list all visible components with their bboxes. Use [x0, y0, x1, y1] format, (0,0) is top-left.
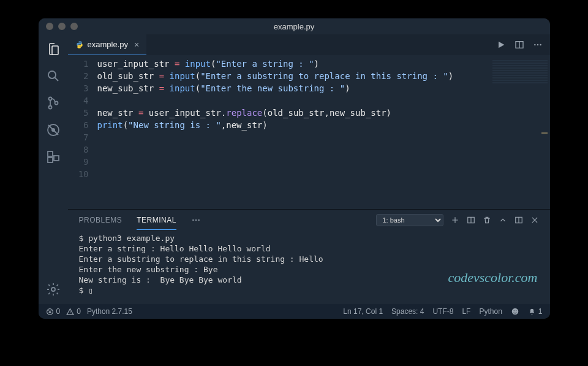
- svg-rect-6: [48, 151, 53, 156]
- svg-point-2: [48, 106, 51, 109]
- panel-more-icon[interactable]: [191, 215, 201, 225]
- svg-point-21: [513, 310, 514, 311]
- watermark: codevscolor.com: [448, 270, 537, 286]
- status-feedback-icon[interactable]: [511, 307, 519, 316]
- svg-point-11: [534, 44, 535, 45]
- debug-icon[interactable]: [45, 121, 62, 139]
- split-editor-icon[interactable]: [514, 40, 524, 50]
- svg-rect-7: [48, 158, 53, 162]
- status-eol[interactable]: LF: [462, 307, 470, 316]
- activity-bar: [39, 34, 68, 304]
- new-terminal-icon[interactable]: [451, 216, 459, 224]
- python-file-icon: [75, 40, 84, 49]
- vscode-window: example.py: [39, 18, 550, 319]
- kill-terminal-icon[interactable]: [483, 216, 491, 224]
- svg-point-16: [198, 219, 199, 221]
- tab-label: example.py: [88, 40, 128, 49]
- settings-gear-icon[interactable]: [45, 281, 62, 298]
- source-control-icon[interactable]: [45, 94, 62, 112]
- status-indentation[interactable]: Spaces: 4: [391, 307, 424, 316]
- svg-point-20: [512, 308, 519, 315]
- svg-rect-8: [54, 156, 59, 161]
- close-panel-icon[interactable]: [530, 216, 539, 224]
- svg-point-12: [537, 44, 538, 45]
- explorer-icon[interactable]: [45, 40, 62, 58]
- tab-close-icon[interactable]: ×: [132, 40, 139, 50]
- svg-point-13: [540, 44, 541, 45]
- search-icon[interactable]: [45, 67, 62, 85]
- run-icon[interactable]: [496, 40, 506, 50]
- svg-point-9: [51, 288, 55, 291]
- panel-tab-problems[interactable]: PROBLEMS: [79, 216, 123, 224]
- tab-bar: example.py ×: [68, 34, 550, 55]
- more-actions-icon[interactable]: [533, 40, 543, 50]
- code-editor[interactable]: 12345678910 user_input_str = input("Ente…: [68, 55, 550, 209]
- code-content[interactable]: user_input_str = input("Enter a string :…: [97, 55, 550, 209]
- panel-tab-terminal[interactable]: TERMINAL: [137, 216, 176, 230]
- svg-point-3: [55, 102, 58, 105]
- svg-point-5: [51, 128, 55, 132]
- maximize-panel-icon[interactable]: [514, 216, 523, 224]
- terminal-output[interactable]: $ python3 example.py Enter a string : He…: [68, 231, 550, 304]
- split-terminal-icon[interactable]: [467, 216, 475, 224]
- tab-example-py[interactable]: example.py ×: [68, 34, 147, 55]
- status-bar: 0 0 Python 2.7.15 Ln 17, Col 1 Spaces: 4…: [39, 304, 550, 319]
- chevron-up-icon[interactable]: [499, 216, 507, 224]
- status-cursor-position[interactable]: Ln 17, Col 1: [343, 307, 383, 316]
- extensions-icon[interactable]: [45, 148, 62, 166]
- minimap[interactable]: [492, 60, 548, 85]
- svg-point-14: [192, 219, 194, 221]
- bottom-panel: PROBLEMS TERMINAL 1: bash $ python3 exam…: [68, 209, 550, 304]
- window-title: example.py: [39, 22, 550, 31]
- status-encoding[interactable]: UTF-8: [432, 307, 453, 316]
- line-number-gutter: 12345678910: [68, 55, 97, 209]
- svg-point-15: [195, 219, 197, 221]
- status-interpreter[interactable]: Python 2.7.15: [87, 307, 132, 316]
- status-warnings[interactable]: 0: [66, 307, 81, 316]
- titlebar: example.py: [39, 18, 550, 34]
- terminal-shell-select[interactable]: 1: bash: [376, 214, 443, 226]
- status-errors[interactable]: 0: [46, 307, 61, 316]
- svg-point-22: [516, 310, 516, 311]
- status-notifications[interactable]: 1: [528, 307, 543, 316]
- svg-point-0: [48, 71, 56, 78]
- status-language[interactable]: Python: [479, 307, 502, 316]
- svg-point-1: [48, 97, 51, 101]
